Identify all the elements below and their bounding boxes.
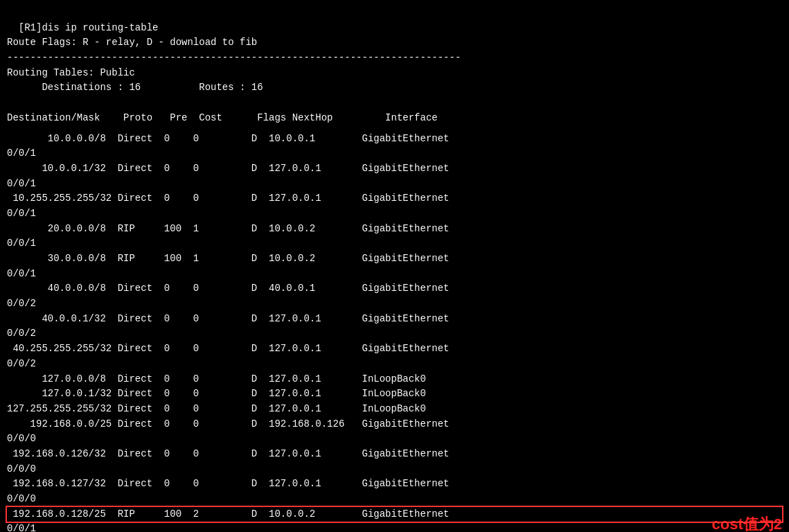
table-row: 192.168.0.127/32 Direct 0 0 D 127.0.0.1 … <box>7 477 782 492</box>
table-row: 127.0.0.1/32 Direct 0 0 D 127.0.0.1 InLo… <box>7 387 782 402</box>
table-row: 192.168.0.0/25 Direct 0 0 D 192.168.0.12… <box>7 417 782 432</box>
table-row: 192.168.0.126/32 Direct 0 0 D 127.0.0.1 … <box>7 447 782 462</box>
table-row-continuation: 0/0/2 <box>7 357 782 372</box>
destinations-line: Destinations : 16 Routes : 16 <box>7 82 263 93</box>
table-row-continuation: 0/0/0 <box>7 462 782 477</box>
terminal-output: [R1]dis ip routing-table Route Flags: R … <box>0 0 789 132</box>
table-row-continuation: 0/0/2 <box>7 326 782 342</box>
table-row-continuation: 0/0/0 <box>7 432 782 447</box>
table-row-continuation: 0/0/1 <box>7 522 782 532</box>
table-row: 10.0.0.0/8 Direct 0 0 D 10.0.0.1 Gigabit… <box>7 132 782 147</box>
table-row-continuation: 0/0/2 <box>7 296 782 312</box>
table-row-continuation: 0/0/1 <box>7 146 782 161</box>
table-row-continuation: 0/0/1 <box>7 236 782 251</box>
table-row-continuation: 0/0/1 <box>7 206 782 222</box>
table-row-continuation: 0/0/1 <box>7 267 782 282</box>
table-row-continuation: 0/0/1 <box>7 177 782 192</box>
column-header: Destination/Mask Proto Pre Cost Flags Ne… <box>7 112 438 123</box>
table-row: 40.255.255.255/32 Direct 0 0 D 127.0.0.1… <box>7 342 782 357</box>
table-row: 192.168.0.128/25 RIP 100 2 D 10.0.0.2 Gi… <box>7 507 782 522</box>
prompt-line: [R1]dis ip routing-table <box>19 22 159 33</box>
table-row: 127.0.0.0/8 Direct 0 0 D 127.0.0.1 InLoo… <box>7 372 782 387</box>
separator: ----------------------------------------… <box>7 52 461 63</box>
table-row: 10.255.255.255/32 Direct 0 0 D 127.0.0.1… <box>7 191 782 206</box>
table-row: 10.0.0.1/32 Direct 0 0 D 127.0.0.1 Gigab… <box>7 161 782 177</box>
table-row-continuation: 0/0/0 <box>7 492 782 507</box>
table-row: 127.255.255.255/32 Direct 0 0 D 127.0.0.… <box>7 402 782 417</box>
table-row: 40.0.0.0/8 Direct 0 0 D 40.0.0.1 Gigabit… <box>7 281 782 296</box>
table-row: 40.0.0.1/32 Direct 0 0 D 127.0.0.1 Gigab… <box>7 312 782 327</box>
table-row: 20.0.0.0/8 RIP 100 1 D 10.0.0.2 GigabitE… <box>7 222 782 237</box>
flags-line: Route Flags: R - relay, D - download to … <box>7 37 257 48</box>
routing-table-header: Routing Tables: Public <box>7 67 135 78</box>
table-row: 30.0.0.0/8 RIP 100 1 D 10.0.0.2 GigabitE… <box>7 251 782 267</box>
